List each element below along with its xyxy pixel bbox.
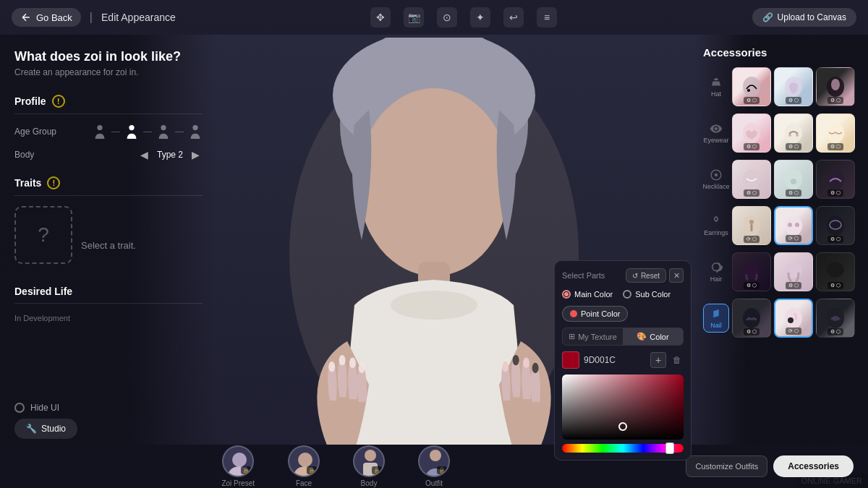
eyewear-badge-2: ⚙ ⬡ [786, 143, 801, 150]
focus-icon[interactable]: ⊙ [437, 7, 457, 27]
hair-row: Hair ⚙ ⬡ ⚙ ⬡ ⚙ ⬡ [703, 252, 859, 291]
svg-point-12 [523, 357, 529, 367]
nail-thumb-3[interactable]: ⚙ ⬡ [816, 299, 855, 338]
tab-outfit[interactable]: 🔒 Outfit [404, 441, 464, 488]
hat-thumb-3[interactable]: ⚙ ⬡ [816, 67, 855, 106]
current-color-swatch[interactable] [562, 351, 579, 369]
svg-point-6 [328, 361, 335, 372]
sub-color-radio[interactable] [623, 290, 631, 299]
necklace-thumb-2[interactable]: ⚙ ⬡ [774, 160, 813, 199]
tab-face[interactable]: 🔒 Face [273, 441, 334, 488]
traits-label: Traits [14, 177, 41, 189]
necklace-label: Necklace [703, 183, 730, 190]
upload-icon: 🔗 [762, 12, 773, 22]
sub-color-option[interactable]: Sub Color [623, 290, 671, 299]
svg-point-5 [391, 291, 477, 320]
main-color-radio[interactable] [562, 290, 571, 299]
earrings-thumb-1[interactable]: ⟳ ⬡ [732, 206, 771, 245]
earrings-badge-1: ⟳ ⬡ [744, 236, 760, 243]
nail-badge-selected: ⟳ ⬡ [786, 328, 801, 335]
left-panel: What does zoi in look like? Create an ap… [0, 35, 217, 445]
earrings-thumb-3[interactable]: ⚙ ⬡ [816, 206, 855, 245]
eyewear-icon [710, 122, 723, 135]
topbar-center: ✥ 📷 ⊙ ✦ ↩ ≡ [176, 7, 752, 27]
nail-icon [710, 307, 723, 320]
upload-to-canvas-button[interactable]: 🔗 Upload to Canvas [752, 8, 856, 27]
svg-point-50 [365, 450, 376, 461]
menu-icon[interactable]: ≡ [537, 7, 557, 27]
color-tab[interactable]: 🎨 Color [623, 328, 683, 345]
body-type-value: Type 2 [157, 150, 183, 160]
character-svg [289, 38, 579, 445]
young-adult-icon [124, 124, 139, 139]
earrings-category-icon: Earrings [703, 215, 729, 236]
eyewear-row: Eyewear ⚙ ⬡ ⚙ ⬡ ⚙ ⬡ [703, 114, 859, 153]
undo-icon[interactable]: ↩ [503, 7, 524, 27]
svg-point-46 [788, 317, 793, 323]
svg-point-43 [827, 262, 844, 278]
nail-badge-1: ⚙ ⬡ [744, 328, 760, 335]
main-color-option[interactable]: Main Color [562, 290, 613, 299]
customize-outfits-button[interactable]: Customize Outfits [686, 455, 767, 477]
earrings-badge-3: ⚙ ⬡ [827, 236, 843, 243]
camera-icon[interactable]: 📷 [404, 7, 424, 27]
svg-point-18 [743, 77, 760, 97]
hide-ui-row: Hide UI [14, 403, 77, 413]
hex-value-display[interactable]: 9D001C [584, 355, 646, 365]
hair-thumb-3[interactable]: ⚙ ⬡ [816, 252, 855, 291]
studio-button[interactable]: 🔧 Studio [14, 419, 77, 439]
nail-thumb-selected[interactable]: ⟳ ⬡ [774, 299, 813, 338]
svg-point-10 [502, 361, 509, 372]
close-button[interactable]: ✕ [669, 268, 684, 283]
hat-thumb-1[interactable]: ⚙ ⬡ [732, 67, 771, 106]
reset-button[interactable]: ↺ Reset [626, 268, 666, 283]
necklace-badge-3: ⚙ ⬡ [827, 189, 843, 197]
hide-ui-radio[interactable] [14, 403, 25, 413]
color-parts-selector: Main Color Sub Color [562, 290, 684, 299]
body-label: Body [14, 150, 34, 160]
color-swatch-row: 9D001C + 🗑 [562, 351, 684, 369]
necklace-thumb-1[interactable]: ⚙ ⬡ [732, 160, 771, 199]
hue-slider[interactable] [562, 444, 684, 453]
transform-icon[interactable]: ✥ [370, 7, 391, 27]
hair-badge-1: ⚙ ⬡ [744, 282, 760, 289]
eyewear-thumb-3[interactable]: ⚙ ⬡ [816, 114, 855, 153]
hat-category-icon: Hat [703, 76, 729, 98]
palette-icon: 🎨 [637, 332, 647, 341]
add-color-button[interactable]: + [650, 352, 666, 368]
body-next-button[interactable]: ▶ [189, 147, 203, 162]
age-group-label: Age Group [14, 127, 56, 137]
hair-thumb-2[interactable]: ⚙ ⬡ [774, 252, 813, 291]
necklace-thumb-3[interactable]: ⚙ ⬡ [816, 160, 855, 199]
hair-thumb-1[interactable]: ⚙ ⬡ [732, 252, 771, 291]
eyewear-thumb-2[interactable]: ⚙ ⬡ [774, 114, 813, 153]
sparkle-icon[interactable]: ✦ [470, 7, 490, 27]
gradient-color-picker[interactable] [562, 374, 684, 440]
delete-color-button[interactable]: 🗑 [671, 354, 684, 367]
trait-slot[interactable]: ? [14, 206, 72, 264]
hat-thumb-2[interactable]: ⚙ ⬡ [774, 67, 813, 106]
point-color-button[interactable]: Point Color [562, 306, 628, 322]
nail-thumb-1[interactable]: ⚙ ⬡ [732, 299, 771, 338]
accessories-button[interactable]: Accessories [773, 455, 854, 477]
tab-body[interactable]: 🔒 Body [339, 441, 399, 488]
tab-zoi-preset[interactable]: 🔒 Zoi Preset [207, 441, 269, 488]
reset-icon: ↺ [632, 272, 638, 280]
nail-category-icon[interactable]: Nail [703, 304, 729, 333]
go-back-button[interactable]: Go Back [12, 8, 81, 27]
svg-point-19 [747, 89, 750, 92]
eyewear-thumb-1[interactable]: ⚙ ⬡ [732, 114, 771, 153]
hat-badge-2: ⚙ ⬡ [786, 97, 801, 104]
body-prev-button[interactable]: ◀ [137, 147, 151, 162]
necklace-icon [710, 168, 723, 181]
body-type-control[interactable]: ◀ Type 2 ▶ [137, 147, 203, 162]
svg-point-11 [513, 355, 519, 365]
panel-subtitle: Create an appearance for zoi in. [14, 67, 203, 77]
traits-warning-icon: ! [47, 176, 60, 189]
my-texture-tab[interactable]: ⊞ My Texture [563, 328, 623, 345]
gradient-cursor [618, 422, 627, 431]
select-trait-label: Select a trait. [81, 220, 136, 251]
earrings-thumb-2[interactable]: ⟳ ⬡ [774, 206, 813, 245]
hat-badge-1: ⚙ ⬡ [744, 97, 760, 104]
age-group-control[interactable]: — — — [93, 124, 203, 139]
